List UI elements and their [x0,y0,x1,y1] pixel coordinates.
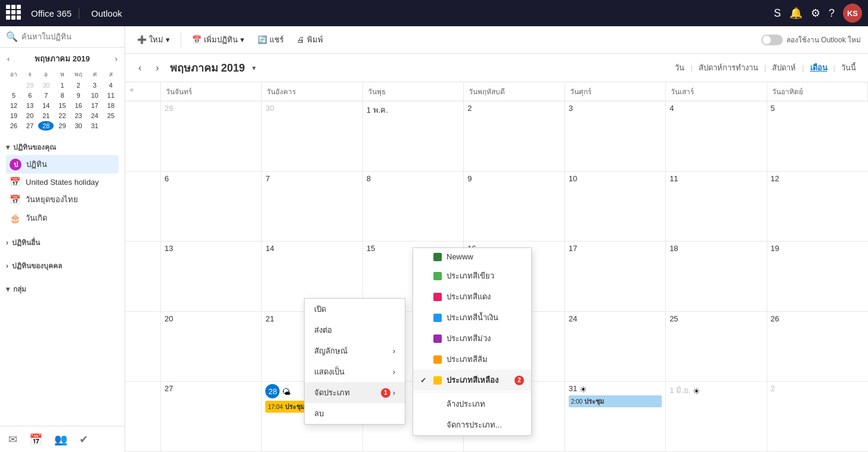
sub-menu-item-orange[interactable]: ประเภทสีส้ม [413,349,531,370]
cal-cell[interactable]: 10 [565,172,666,242]
cal-cell[interactable]: 13 [161,242,262,311]
cal-cell[interactable]: 17 [565,242,666,311]
skype-icon[interactable]: S [774,7,781,20]
mini-cal-day[interactable]: 16 [71,101,86,110]
tab-workweek[interactable]: สัปดาห์การทำงาน [696,60,761,75]
mini-cal-day[interactable]: 30 [38,81,54,90]
cal-cell[interactable]: 25 [666,312,767,382]
cal-cell[interactable]: 19 [767,242,868,311]
people-calendars-header[interactable]: › ปฏิทินของบุคคล [6,258,119,274]
people-icon[interactable]: 👥 [54,433,67,446]
other-calendars-header[interactable]: › ปฏิทินอื่น [6,234,119,250]
mini-cal-day[interactable]: 9 [71,91,86,100]
cal-cell[interactable]: 29 [161,101,262,171]
context-menu-showas[interactable]: แสดงเป็น › [305,361,405,382]
cal-cell[interactable]: 20 [161,312,262,382]
tasks-icon[interactable]: ✔ [79,433,88,446]
cal-cell[interactable]: 8 [363,172,464,242]
cal-cell[interactable]: 24 [565,312,666,382]
cal-cell[interactable]: 4 [666,101,767,171]
mini-cal-day[interactable]: 15 [54,101,70,110]
mini-cal-today[interactable]: 28 [38,121,54,131]
mail-icon[interactable]: ✉ [8,433,17,446]
mini-cal-day[interactable]: 3 [87,81,103,90]
sidebar-item-calendar[interactable]: ป ปฏิทิน [6,155,119,174]
context-menu-delete[interactable]: ลบ [305,403,405,424]
cal-cell[interactable]: 9 [464,172,565,242]
context-menu-forward[interactable]: ส่งต่อ [305,320,405,340]
tab-day[interactable]: วัน [672,60,687,75]
waffle-icon[interactable] [6,5,23,21]
mini-cal-day[interactable]: 24 [87,111,103,120]
cal-dropdown-icon[interactable]: ▾ [252,64,256,72]
cal-cell[interactable]: 18 [666,242,767,311]
sub-menu-item-clear[interactable]: ล้างประเภท [413,394,531,414]
mini-cal-day[interactable]: 12 [6,101,21,110]
cal-next-button[interactable]: › [152,60,162,76]
cal-cell[interactable]: 2 [464,101,565,171]
cal-cell[interactable]: 3 [565,101,666,171]
mini-cal-day[interactable]: 7 [38,91,54,100]
calendar-icon[interactable]: 📅 [29,433,42,446]
gear-icon[interactable]: ⚙ [811,7,820,20]
toggle-switch[interactable] [761,35,783,45]
sub-menu-item-purple[interactable]: ประเภทสีม่วง [413,328,531,349]
mini-cal-day[interactable]: 17 [87,101,103,110]
mini-cal-day[interactable]: 27 [22,121,38,131]
mini-cal-prev[interactable]: ‹ [6,53,11,64]
cal-cell[interactable]: 1 พ.ค. [363,101,464,171]
mini-cal-day[interactable]: 6 [22,91,38,100]
help-icon[interactable]: ? [829,7,835,20]
mini-cal-day[interactable]: 20 [22,111,38,120]
mini-cal-day[interactable]: 8 [54,91,70,100]
cal-cell-31[interactable]: 31 ☀ 2:00 ประชุม [565,382,666,451]
sub-menu-item-green[interactable]: ประเภทสีเขียว [413,265,531,286]
avatar[interactable]: KS [843,4,862,23]
cal-cell[interactable]: 11 [666,172,767,242]
cal-cell[interactable]: 26 [767,312,868,382]
sub-menu-item-yellow[interactable]: ✓ ประเภทสีเหลือง 2 [413,370,531,391]
mini-cal-day[interactable]: 4 [103,81,119,90]
mini-cal-day[interactable]: 23 [71,111,86,120]
groups-header[interactable]: ▾ กลุ่ม [6,281,119,297]
mini-cal-day[interactable]: 19 [6,111,21,120]
mini-cal-day[interactable]: 14 [38,101,54,110]
mini-cal-day[interactable]: 25 [103,111,119,120]
mini-cal-day[interactable]: 31 [87,121,103,131]
mini-cal-day[interactable]: 11 [103,91,119,100]
collapse-icon[interactable]: « [130,86,134,93]
cal-prev-button[interactable]: ‹ [135,60,145,76]
cal-cell[interactable]: 30 [262,101,362,171]
mini-cal-day[interactable]: 22 [54,111,70,120]
bell-icon[interactable]: 🔔 [789,7,802,20]
new-button[interactable]: ➕ ใหม่ ▾ [132,31,175,48]
mini-cal-day[interactable] [103,121,119,131]
cal-cell[interactable]: 7 [262,172,362,242]
event-bar[interactable]: 2:00 ประชุม [569,395,662,407]
mini-cal-day[interactable]: 10 [87,91,103,100]
mini-cal-day[interactable]: 26 [6,121,21,131]
tab-week[interactable]: สัปดาห์ [770,60,798,75]
search-input[interactable] [21,32,122,41]
add-calendar-button[interactable]: 📅 เพิ่มปฏิทิน ▾ [187,31,249,48]
context-menu-symbol[interactable]: สัญลักษณ์ › [305,340,405,361]
mini-cal-day[interactable]: 1 [54,81,70,90]
cal-cell[interactable]: 12 [767,172,868,242]
tab-today[interactable]: วันนี้ [839,60,858,75]
sub-menu-item-red[interactable]: ประเภทสีแดง [413,286,531,307]
mini-cal-day[interactable]: 29 [22,81,38,90]
sub-menu-item-newww[interactable]: Newww [413,248,531,265]
mini-cal-day[interactable] [6,81,21,90]
sub-menu-item-blue[interactable]: ประเภทสีน้ำเงิน [413,307,531,328]
mini-cal-next[interactable]: › [114,53,119,64]
cal-cell[interactable]: 27 [161,382,262,451]
mini-cal-day[interactable]: 5 [6,91,21,100]
my-calendars-header[interactable]: ▾ ปฏิทินของคุณ [6,139,119,155]
share-button[interactable]: 🔄 แชร์ [253,31,289,48]
tab-month[interactable]: เดือน [808,60,830,75]
mini-cal-day[interactable]: 13 [22,101,38,110]
cal-cell[interactable]: 6 [161,172,262,242]
context-menu-category[interactable]: จัดประเภท 1 › [305,382,405,403]
mini-cal-day[interactable]: 18 [103,101,119,110]
context-menu-open[interactable]: เปิด [305,299,405,320]
